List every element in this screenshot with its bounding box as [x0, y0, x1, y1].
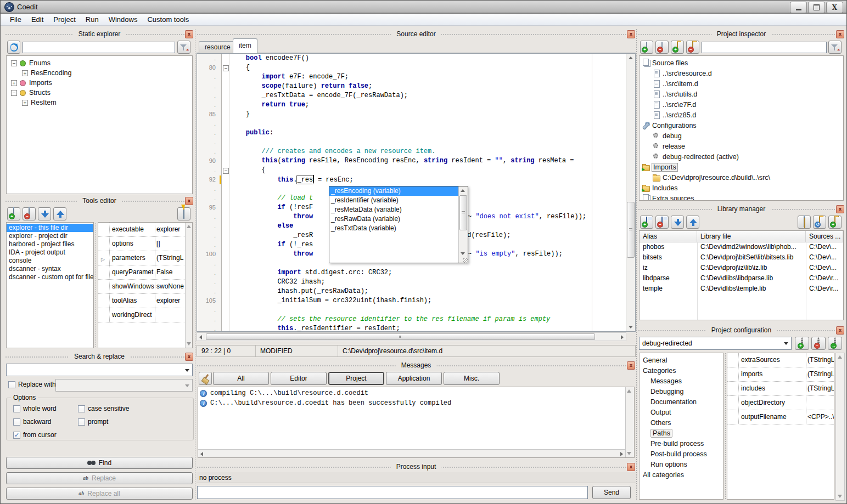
- move-library-up-button[interactable]: [686, 216, 699, 229]
- add-library-button[interactable]: +: [640, 216, 653, 229]
- tree-item[interactable]: +ResItem: [7, 98, 192, 107]
- option-case-sensitive[interactable]: case sensitive: [78, 405, 129, 412]
- config-properties-grid[interactable]: extraSources(TStringLimports(TStringLinc…: [727, 353, 834, 500]
- editor-tab-resource[interactable]: resource: [199, 41, 237, 53]
- library-row[interactable]: bitsetsC:\Dev\dproj\bitSet\lib\bitsets.l…: [640, 252, 843, 263]
- fold-collapse-icon[interactable]: −: [223, 168, 229, 174]
- library-column-library-file[interactable]: Library file: [697, 231, 806, 242]
- configuration-combo[interactable]: debug-redirected: [639, 337, 792, 350]
- library-manager-close-icon[interactable]: x: [836, 205, 844, 213]
- messages-hscrollbar[interactable]: [198, 449, 626, 457]
- completion-scrollbar[interactable]: [458, 186, 468, 263]
- menu-item-project[interactable]: Project: [48, 14, 80, 25]
- property-row[interactable]: toolAliasexplorer: [98, 294, 186, 308]
- completion-item[interactable]: _resTxtData (variable): [329, 224, 458, 233]
- config-category-item[interactable]: Debugging: [640, 386, 723, 397]
- code-line[interactable]: this._res = resEnc;: [230, 175, 626, 184]
- config-category-item[interactable]: Output: [640, 407, 723, 417]
- from-cursor-checkbox[interactable]: [13, 432, 20, 439]
- code-line[interactable]: // sets the resource identifier to the r…: [230, 315, 626, 324]
- code-line[interactable]: return true;: [230, 100, 626, 110]
- popup-resize-grip[interactable]: [463, 258, 468, 263]
- process-input-close-icon[interactable]: x: [627, 463, 635, 471]
- config-category-item[interactable]: All categories: [640, 469, 723, 480]
- project-tree-item[interactable]: Configurations: [640, 120, 843, 131]
- config-category-item[interactable]: Post-build process: [640, 449, 723, 459]
- editor-horizontal-scrollbar[interactable]: [197, 332, 626, 341]
- code-line[interactable]: public:: [230, 128, 626, 138]
- code-line[interactable]: import std.digest.crc: CRC32;: [230, 268, 626, 278]
- project-tree-item[interactable]: ..\src\e7F.d: [640, 99, 843, 110]
- project-tree-item[interactable]: ..\src\utils.d: [640, 89, 843, 99]
- tree-item[interactable]: +ResEncoding: [7, 68, 192, 78]
- source-editor-header[interactable]: Source editor x: [197, 29, 636, 39]
- prompt-checkbox[interactable]: [78, 418, 85, 426]
- config-category-item[interactable]: Paths: [640, 428, 723, 438]
- config-category-item[interactable]: Messages: [640, 376, 723, 386]
- menu-item-windows[interactable]: Windows: [104, 14, 143, 25]
- property-value[interactable]: explorer: [154, 294, 186, 308]
- property-value[interactable]: explorer: [154, 223, 186, 236]
- code-line[interactable]: {: [230, 63, 626, 72]
- static-explorer-close-icon[interactable]: x: [185, 30, 193, 38]
- messages-filter-all[interactable]: All: [213, 372, 269, 385]
- tree-item[interactable]: −Enums: [7, 58, 192, 68]
- property-row[interactable]: workingDirect: [98, 308, 186, 322]
- remove-folder-button[interactable]: −: [686, 41, 699, 54]
- minimize-button[interactable]: [790, 2, 807, 13]
- code-line[interactable]: _initialSum = crc322uint(ihash.finish);: [230, 296, 626, 305]
- library-table-header[interactable]: AliasLibrary fileSources ...: [640, 231, 843, 242]
- code-line[interactable]: this._resIdentifier = resIdent;: [230, 324, 626, 331]
- project-tree[interactable]: Source files..\src\resource.d..\src\item…: [639, 55, 844, 201]
- property-value[interactable]: [154, 308, 186, 322]
- option-prompt[interactable]: prompt: [78, 418, 108, 426]
- messages-filter-application[interactable]: Application: [386, 372, 442, 385]
- add-configuration-button[interactable]: +: [795, 337, 809, 350]
- messages-filter-project[interactable]: Project: [328, 372, 384, 385]
- clear-messages-button[interactable]: [199, 372, 212, 385]
- project-tree-item[interactable]: Extra sources: [640, 193, 843, 201]
- option-from-cursor[interactable]: from cursor: [13, 431, 57, 439]
- close-button[interactable]: X: [826, 2, 843, 13]
- tree-item[interactable]: −Structs: [7, 88, 192, 98]
- remove-library-button[interactable]: −: [655, 216, 669, 229]
- message-line[interactable]: iC:\...\build\resource.d.coedit has been…: [198, 398, 626, 408]
- property-row[interactable]: executableexplorer: [98, 223, 186, 237]
- completion-item[interactable]: _resEncoding (variable): [329, 186, 458, 196]
- messages-filter-editor[interactable]: Editor: [271, 372, 327, 385]
- replace-with-option[interactable]: Replace with: [8, 381, 56, 388]
- menu-item-custom-tools[interactable]: Custom tools: [142, 14, 194, 25]
- replace-all-button[interactable]: abReplace all: [6, 488, 193, 500]
- option-backward[interactable]: backward: [13, 418, 51, 426]
- replace-button[interactable]: abReplace: [6, 472, 193, 484]
- library-row[interactable]: phobosC:\Dev\dmd2\windows\lib\phob...C:\…: [640, 242, 843, 252]
- completion-popup[interactable]: _resEncoding (variable)_resIdentifier (v…: [329, 186, 468, 263]
- property-row[interactable]: includes(TStringL: [727, 382, 834, 396]
- add-folder-button[interactable]: +: [671, 41, 684, 54]
- config-category-item[interactable]: Others: [640, 417, 723, 428]
- open-library-folder-button[interactable]: +: [828, 216, 842, 229]
- move-tool-down-button[interactable]: [38, 207, 51, 220]
- project-inspector-header[interactable]: Project inspector x: [638, 29, 845, 39]
- property-value[interactable]: (TStringL: [805, 353, 834, 367]
- code-line[interactable]: _resTxtData = encode_7F(_resRawData);: [230, 91, 626, 100]
- config-category-item[interactable]: Run options: [640, 459, 723, 469]
- project-tree-item[interactable]: ..\src\item.d: [640, 78, 843, 89]
- send-button[interactable]: Send: [592, 486, 631, 499]
- menu-item-file[interactable]: File: [5, 14, 26, 25]
- code-line[interactable]: {: [230, 166, 626, 175]
- property-value[interactable]: (TStringL: [805, 367, 834, 381]
- library-table[interactable]: AliasLibrary fileSources ... phobosC:\De…: [639, 230, 844, 320]
- messages-filter-misc[interactable]: Misc.: [444, 372, 500, 385]
- property-row[interactable]: imports(TStringL: [727, 367, 834, 382]
- tool-list-item[interactable]: console: [7, 257, 93, 265]
- symbol-tree[interactable]: −Enums+ResEncoding+Imports−Structs+ResIt…: [6, 55, 193, 194]
- messages-list[interactable]: icompiling C:\...\build\resource.d.coedi…: [198, 387, 635, 458]
- move-tool-up-button[interactable]: [53, 207, 66, 220]
- config-category-item[interactable]: Documentation: [640, 397, 723, 407]
- source-editor-close-icon[interactable]: x: [627, 30, 635, 38]
- tree-expand-toggle[interactable]: +: [11, 80, 17, 86]
- library-column-alias[interactable]: Alias: [640, 231, 697, 242]
- code-line[interactable]: [230, 138, 626, 147]
- search-replace-close-icon[interactable]: x: [185, 353, 193, 361]
